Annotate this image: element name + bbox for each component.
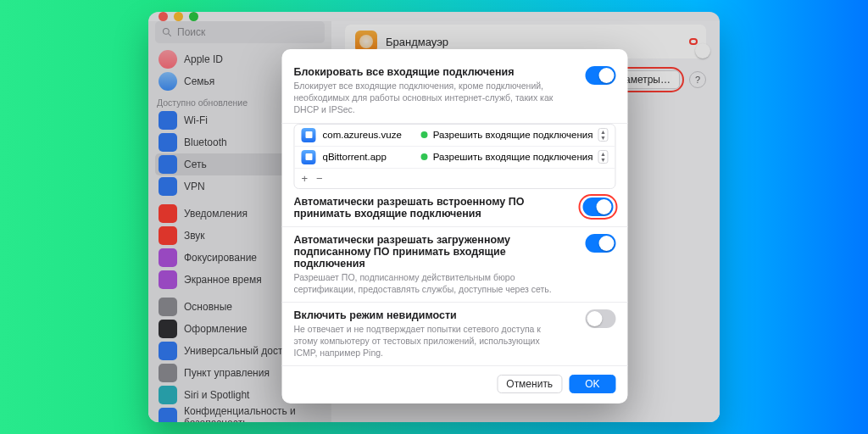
add-app-button[interactable]: +: [301, 172, 308, 185]
settings-window: Брандмауэр Поиск Apple ID Семья Доступно…: [148, 12, 720, 422]
auto-signed-title: Автоматически разрешать загруженному под…: [293, 234, 576, 270]
app-icon: [301, 128, 315, 142]
app-row[interactable]: qBittorrent.app Разрешить входящие подкл…: [294, 147, 615, 169]
stealth-desc: Не отвечает и не подтверждает попытки се…: [293, 323, 565, 359]
app-permission: Разрешить входящие подключения: [433, 152, 593, 162]
stealth-toggle[interactable]: [585, 309, 615, 328]
svg-rect-3: [305, 153, 312, 160]
app-name: com.azureus.vuze: [322, 130, 401, 140]
auto-builtin-highlight: [580, 196, 615, 218]
app-permission: Разрешить входящие подключения: [433, 130, 593, 140]
ok-button[interactable]: OK: [569, 375, 615, 393]
app-name: qBittorrent.app: [322, 152, 386, 162]
auto-signed-toggle[interactable]: [585, 234, 615, 253]
permission-stepper[interactable]: ▲▼: [598, 128, 608, 142]
status-dot-icon: [421, 153, 428, 160]
auto-signed-desc: Разрешает ПО, подписанному действительны…: [293, 271, 565, 295]
cancel-button[interactable]: Отменить: [497, 375, 562, 393]
app-list: com.azureus.vuze Разрешить входящие подк…: [293, 124, 615, 189]
app-icon: [301, 150, 315, 164]
remove-app-button[interactable]: −: [316, 172, 323, 185]
block-all-title: Блокировать все входящие подключения: [293, 66, 565, 78]
block-all-toggle[interactable]: [585, 66, 615, 85]
status-dot-icon: [421, 131, 428, 138]
auto-builtin-title: Автоматически разрешать встроенному ПО п…: [293, 196, 571, 220]
block-all-desc: Блокирует все входящие подключения, кром…: [293, 80, 565, 116]
svg-rect-2: [305, 131, 312, 138]
firewall-options-sheet: Блокировать все входящие подключения Бло…: [281, 49, 627, 403]
permission-stepper[interactable]: ▲▼: [598, 150, 608, 164]
app-row[interactable]: com.azureus.vuze Разрешить входящие подк…: [294, 125, 615, 147]
stealth-title: Включить режим невидимости: [293, 309, 565, 321]
auto-builtin-toggle[interactable]: [582, 198, 613, 216]
